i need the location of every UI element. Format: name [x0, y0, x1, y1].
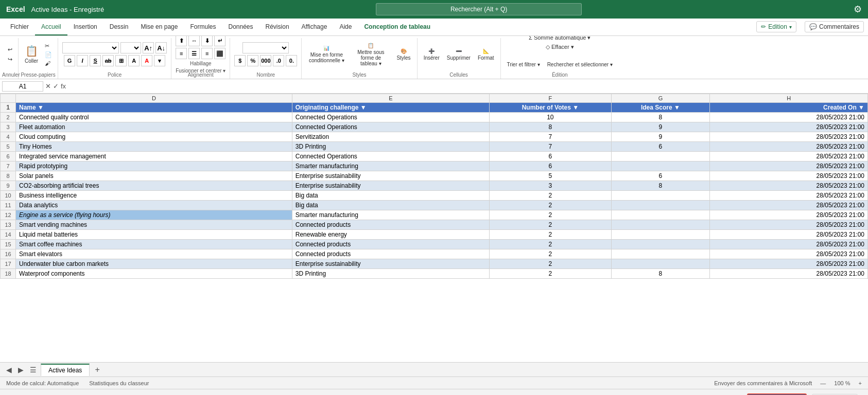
- cell-name[interactable]: Waterproof components: [16, 269, 292, 279]
- effacer-button[interactable]: ◇ Effacer ▾: [544, 43, 576, 51]
- table-row[interactable]: 8Solar panelsEnterprise sustainability56…: [1, 171, 868, 181]
- cell-created[interactable]: 28/05/2023 21:00: [710, 220, 868, 230]
- table-row[interactable]: 6Integrated service managementConnected …: [1, 152, 868, 161]
- insert-function-icon[interactable]: fx: [61, 82, 66, 90]
- cell-challenge[interactable]: Enterprise sustainability: [292, 259, 489, 269]
- col-header-g[interactable]: G: [611, 94, 710, 103]
- underline-button[interactable]: S: [90, 55, 101, 66]
- table-row[interactable]: 2Connected quality controlConnected Oper…: [1, 113, 868, 122]
- commentaires-button[interactable]: 💬 Commentaires: [805, 21, 864, 32]
- col-header-e[interactable]: E: [292, 94, 489, 103]
- font-options-button[interactable]: ▾: [154, 55, 165, 66]
- merge-center-button[interactable]: ⬛: [214, 48, 225, 59]
- table-row[interactable]: 5Tiny Homes3D Printing7628/05/2023 21:00: [1, 142, 868, 152]
- table-row[interactable]: 18Waterproof components3D Printing2828/0…: [1, 269, 868, 279]
- stats-classeur[interactable]: Statistiques du classeur: [89, 380, 149, 386]
- cell-score[interactable]: [611, 191, 710, 201]
- cell-votes[interactable]: 6: [490, 161, 611, 171]
- cell-created[interactable]: 28/05/2023 21:00: [710, 269, 868, 279]
- font-size-select[interactable]: [120, 42, 141, 53]
- comma-button[interactable]: 000: [260, 55, 271, 66]
- cell-name[interactable]: Data analytics: [16, 201, 292, 210]
- cell-votes[interactable]: 2: [490, 249, 611, 259]
- italic-button[interactable]: I: [77, 55, 88, 66]
- align-top-button[interactable]: ⬆: [176, 36, 187, 46]
- fill-color-button[interactable]: A: [128, 55, 140, 66]
- cell-challenge[interactable]: Enterprise sustainability: [292, 171, 489, 181]
- cell-score[interactable]: 6: [611, 171, 710, 181]
- tab-aide[interactable]: Aide: [333, 20, 358, 35]
- cell-score[interactable]: 8: [611, 269, 710, 279]
- font-shrink-button[interactable]: A↓: [155, 42, 167, 53]
- cell-name[interactable]: Smart vending machines: [16, 220, 292, 230]
- font-family-select[interactable]: [62, 42, 119, 53]
- edition-button[interactable]: ✏ Edition ▾: [756, 21, 796, 32]
- table-row[interactable]: 13Smart vending machinesConnected produc…: [1, 220, 868, 230]
- cell-created[interactable]: 28/05/2023 21:00: [710, 142, 868, 152]
- align-right-button[interactable]: ≡: [201, 48, 213, 59]
- font-grow-button[interactable]: A↑: [143, 42, 154, 53]
- bold-button[interactable]: G: [64, 55, 75, 66]
- cell-created[interactable]: 28/05/2023 21:00: [710, 191, 868, 201]
- cell-created[interactable]: 28/05/2023 21:00: [710, 181, 868, 191]
- cell-votes[interactable]: 5: [490, 171, 611, 181]
- cell-votes[interactable]: 7: [490, 132, 611, 142]
- mise-forme-conditionnelle-button[interactable]: 📊 Mise en forme conditionnelle ▾: [306, 42, 347, 67]
- tab-conception[interactable]: Conception de tableau: [358, 20, 437, 35]
- cell-challenge[interactable]: Connected Operations: [292, 152, 489, 161]
- cell-name[interactable]: CO2-absorbing artificial trees: [16, 181, 292, 191]
- align-left-button[interactable]: ≡: [176, 48, 187, 59]
- cell-votes[interactable]: 2: [490, 230, 611, 240]
- cell-created[interactable]: 28/05/2023 21:00: [710, 201, 868, 210]
- tab-formules[interactable]: Formules: [184, 20, 222, 35]
- cell-votes[interactable]: 3: [490, 181, 611, 191]
- strikethrough-button[interactable]: ab: [102, 55, 114, 66]
- cell-challenge[interactable]: Renewable energy: [292, 230, 489, 240]
- cell-name[interactable]: Liquid metal batteries: [16, 230, 292, 240]
- coller-button[interactable]: 📋 Coller: [23, 39, 40, 70]
- cell-score[interactable]: 8: [611, 181, 710, 191]
- active-ideas-tab[interactable]: Active Ideas: [41, 364, 90, 376]
- reproduire-button[interactable]: 🖌: [43, 60, 54, 67]
- cell-score[interactable]: 8: [611, 113, 710, 122]
- cell-score[interactable]: [611, 240, 710, 249]
- align-middle-button[interactable]: ↔: [188, 36, 200, 46]
- cell-challenge[interactable]: Connected products: [292, 240, 489, 249]
- cell-created[interactable]: 28/05/2023 21:00: [710, 240, 868, 249]
- currency-button[interactable]: $: [234, 55, 246, 66]
- cell-name[interactable]: Business intelligence: [16, 191, 292, 201]
- table-row[interactable]: 7Rapid prototypingSmarter manufacturing6…: [1, 161, 868, 171]
- cell-created[interactable]: 28/05/2023 21:00: [710, 122, 868, 132]
- col-header-h[interactable]: H: [710, 94, 868, 103]
- cell-challenge[interactable]: 3D Printing: [292, 142, 489, 152]
- cell-votes[interactable]: 2: [490, 269, 611, 279]
- font-color-button[interactable]: A: [141, 55, 152, 66]
- cell-score[interactable]: 9: [611, 132, 710, 142]
- cell-votes[interactable]: 2: [490, 259, 611, 269]
- tab-donnees[interactable]: Données: [222, 20, 259, 35]
- cell-challenge[interactable]: Connected Operations: [292, 113, 489, 122]
- cell-challenge[interactable]: Big data: [292, 201, 489, 210]
- cell-score[interactable]: [611, 230, 710, 240]
- next-sheet-button[interactable]: ▶: [16, 366, 26, 374]
- cell-votes[interactable]: 2: [490, 220, 611, 230]
- cell-score[interactable]: [611, 152, 710, 161]
- cell-votes[interactable]: 6: [490, 152, 611, 161]
- supprimer-button[interactable]: ➖ Supprimer: [445, 42, 473, 67]
- cell-challenge[interactable]: Connected products: [292, 249, 489, 259]
- cell-score[interactable]: [611, 249, 710, 259]
- table-row[interactable]: 11Data analyticsBig data228/05/2023 21:0…: [1, 201, 868, 210]
- cell-votes[interactable]: 2: [490, 240, 611, 249]
- table-row[interactable]: 3Fleet automationConnected Operations892…: [1, 122, 868, 132]
- settings-icon[interactable]: ⚙: [854, 4, 862, 15]
- cell-score[interactable]: [611, 161, 710, 171]
- table-row[interactable]: 15Smart coffee machinesConnected product…: [1, 240, 868, 249]
- cell-challenge[interactable]: Enterprise sustainability: [292, 181, 489, 191]
- decimal-up-button[interactable]: .0: [273, 55, 284, 66]
- cell-name[interactable]: Smart elevators: [16, 249, 292, 259]
- tab-fichier[interactable]: Fichier: [4, 20, 35, 35]
- confirm-formula-icon[interactable]: ✓: [53, 82, 59, 90]
- prev-sheet-button[interactable]: ◀: [4, 366, 14, 374]
- search-box[interactable]: Rechercher (Alt + Q): [376, 3, 582, 15]
- cell-created[interactable]: 28/05/2023 21:00: [710, 171, 868, 181]
